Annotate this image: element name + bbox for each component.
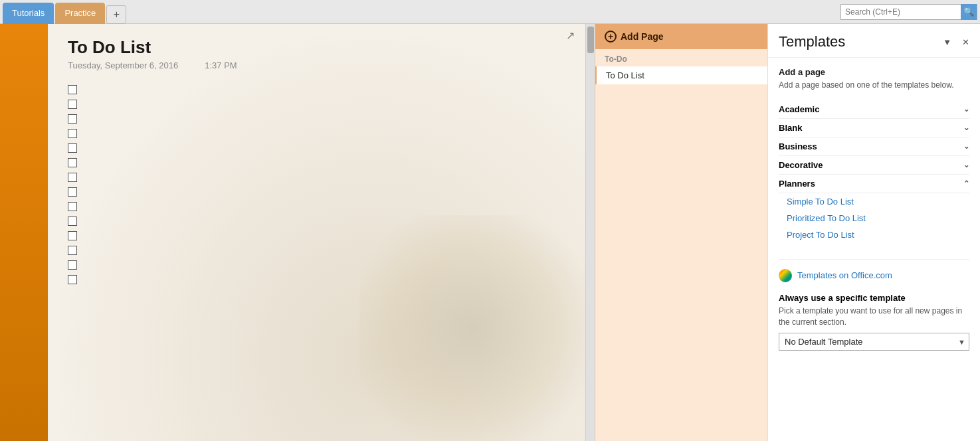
checkbox-row (68, 230, 565, 242)
page-content: ↗ To Do List Tuesday, September 6, 2016 … (48, 24, 585, 441)
page-header: To Do List Tuesday, September 6, 2016 1:… (48, 24, 585, 77)
checkbox[interactable] (68, 100, 77, 109)
scrollbar[interactable] (585, 24, 595, 441)
page-time: 1:37 PM (205, 60, 237, 70)
category-business[interactable]: Business ⌄ (779, 137, 969, 156)
checkbox-row (68, 201, 565, 213)
tab-practice[interactable]: Practice (55, 3, 105, 24)
nav-item-todo-list[interactable]: To Do List (595, 66, 767, 84)
search-input[interactable] (841, 6, 961, 18)
checkbox-row (68, 128, 565, 139)
chevron-down-icon: ⌄ (963, 161, 969, 169)
checkbox-row (68, 186, 565, 198)
page-date: Tuesday, September 6, 2016 (68, 60, 178, 70)
page-inner: ↗ To Do List Tuesday, September 6, 2016 … (48, 24, 585, 441)
templates-body: Add a page Add a page based on one of th… (768, 58, 980, 360)
office-icon (779, 269, 792, 282)
checkbox[interactable] (68, 158, 77, 167)
checkbox-row (68, 259, 565, 271)
search-icon: 🔍 (963, 7, 974, 17)
chevron-down-icon: ⌄ (963, 105, 969, 114)
tab-tutorials[interactable]: Tutorials (3, 3, 54, 24)
tab-new-button[interactable]: + (106, 5, 126, 24)
checkbox[interactable] (68, 187, 77, 197)
checkbox[interactable] (68, 202, 77, 211)
search-button[interactable]: 🔍 (961, 4, 977, 20)
checkbox-row (68, 142, 565, 154)
category-blank[interactable]: Blank ⌄ (779, 119, 969, 137)
expand-icon[interactable]: ↗ (566, 29, 575, 42)
left-sidebar (0, 24, 48, 441)
checkbox-row (68, 84, 565, 96)
checkboxes-area (48, 77, 585, 292)
always-use-desc: Pick a template you want to use for all … (779, 306, 969, 328)
nav-item-label: To Do List (606, 70, 644, 80)
page-title: To Do List (68, 37, 565, 58)
add-page-label: Add Page (621, 31, 664, 42)
scroll-thumb[interactable] (587, 27, 594, 53)
add-page-button[interactable]: + Add Page (595, 24, 767, 49)
main-area: ↗ To Do List Tuesday, September 6, 2016 … (0, 24, 980, 441)
checkbox-row (68, 274, 565, 286)
category-blank-label: Blank (779, 123, 802, 133)
page-area: ↗ To Do List Tuesday, September 6, 2016 … (48, 24, 595, 441)
checkbox[interactable] (68, 114, 77, 124)
template-select[interactable]: No Default Template (779, 333, 969, 351)
checkbox-row (68, 98, 565, 110)
always-use-title: Always use a specific template (779, 293, 969, 303)
plus-icon: + (114, 9, 120, 21)
templates-panel: Templates ▼ ✕ Add a page Add a page base… (767, 24, 980, 441)
page-meta: Tuesday, September 6, 2016 1:37 PM (68, 60, 565, 70)
category-decorative-label: Decorative (779, 160, 823, 170)
checkbox[interactable] (68, 246, 77, 255)
templates-header: Templates ▼ ✕ (768, 24, 980, 58)
plus-circle-icon: + (605, 31, 617, 43)
checkbox-row (68, 113, 565, 125)
checkbox[interactable] (68, 129, 77, 138)
search-area: 🔍 (840, 4, 977, 20)
office-link-label: Templates on Office.com (797, 270, 892, 280)
checkbox[interactable] (68, 85, 77, 94)
templates-controls: ▼ ✕ (943, 37, 969, 47)
template-project-todo[interactable]: Project To Do List (779, 226, 969, 243)
category-planners[interactable]: Planners ⌃ (779, 175, 969, 193)
nav-section-todo: To-Do (595, 49, 767, 66)
checkbox-row (68, 215, 565, 227)
tab-practice-label: Practice (64, 8, 96, 18)
template-select-wrapper: No Default Template ▼ (779, 333, 969, 351)
nav-panel: + Add Page To-Do To Do List (595, 24, 767, 441)
checkbox[interactable] (68, 231, 77, 240)
chevron-down-icon: ⌄ (963, 142, 969, 151)
category-planners-label: Planners (779, 179, 815, 189)
add-page-section-title: Add a page (779, 67, 969, 77)
tabs-container: Tutorials Practice + (0, 0, 126, 24)
checkbox-row (68, 244, 565, 256)
chevron-up-icon: ⌃ (963, 179, 969, 188)
search-wrapper: 🔍 (840, 4, 977, 20)
checkbox[interactable] (68, 260, 77, 270)
checkbox[interactable] (68, 217, 77, 226)
tab-tutorials-label: Tutorials (12, 8, 45, 18)
minimize-icon[interactable]: ▼ (943, 37, 951, 47)
template-simple-todo[interactable]: Simple To Do List (779, 193, 969, 210)
add-page-desc: Add a page based on one of the templates… (779, 80, 969, 91)
checkbox-row (68, 171, 565, 183)
category-academic-label: Academic (779, 104, 819, 114)
category-decorative[interactable]: Decorative ⌄ (779, 156, 969, 175)
templates-footer: Templates on Office.com Always use a spe… (779, 259, 969, 351)
templates-title: Templates (779, 33, 845, 50)
planners-items: Simple To Do List Prioritized To Do List… (779, 193, 969, 246)
checkbox[interactable] (68, 173, 77, 182)
category-academic[interactable]: Academic ⌄ (779, 100, 969, 119)
top-bar: Tutorials Practice + 🔍 (0, 0, 980, 24)
category-business-label: Business (779, 141, 817, 151)
checkbox[interactable] (68, 275, 77, 284)
checkbox-row (68, 157, 565, 169)
template-prioritized-todo[interactable]: Prioritized To Do List (779, 210, 969, 226)
chevron-down-icon: ⌄ (963, 124, 969, 132)
office-link[interactable]: Templates on Office.com (779, 269, 969, 282)
checkbox[interactable] (68, 143, 77, 153)
close-icon[interactable]: ✕ (962, 37, 969, 47)
